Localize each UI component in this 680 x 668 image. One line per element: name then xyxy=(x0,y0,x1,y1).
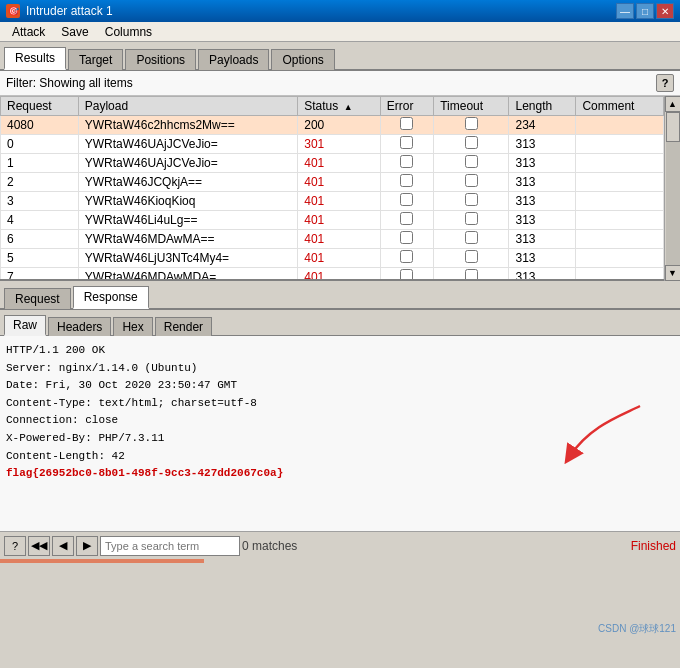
response-line: flag{26952bc0-8b01-498f-9cc3-427dd2067c0… xyxy=(6,465,674,483)
response-line: Content-Length: 42 xyxy=(6,448,674,466)
scrollbar-up-button[interactable]: ▲ xyxy=(665,96,681,112)
app-icon: 🎯 xyxy=(6,4,20,18)
table-row[interactable]: 3 YWRtaW46KioqKioq 401 313 xyxy=(1,192,664,211)
cell-payload: YWRtaW46KioqKioq xyxy=(78,192,298,211)
cell-status: 401 xyxy=(298,211,381,230)
table-row[interactable]: 2 YWRtaW46JCQkjA== 401 313 xyxy=(1,173,664,192)
cell-comment xyxy=(576,249,664,268)
cell-payload: YWRtaW46LjU3NTc4My4= xyxy=(78,249,298,268)
col-error: Error xyxy=(380,97,433,116)
timeout-checkbox[interactable] xyxy=(465,231,478,244)
title-bar-left: 🎯 Intruder attack 1 xyxy=(6,4,113,18)
table-row[interactable]: 4080 YWRtaW46c2hhcms2Mw== 200 234 xyxy=(1,116,664,135)
timeout-checkbox[interactable] xyxy=(465,136,478,149)
cell-timeout xyxy=(434,268,509,282)
cell-timeout xyxy=(434,249,509,268)
cell-timeout xyxy=(434,230,509,249)
error-checkbox[interactable] xyxy=(400,193,413,206)
search-input[interactable] xyxy=(100,536,240,556)
cell-request: 4 xyxy=(1,211,79,230)
cell-status: 401 xyxy=(298,249,381,268)
sub-tab-headers[interactable]: Headers xyxy=(48,317,111,336)
cell-request: 1 xyxy=(1,154,79,173)
cell-payload: YWRtaW46MDAwMDA= xyxy=(78,268,298,282)
cell-comment xyxy=(576,230,664,249)
cell-request: 5 xyxy=(1,249,79,268)
cell-timeout xyxy=(434,173,509,192)
cell-request: 0 xyxy=(1,135,79,154)
cell-payload: YWRtaW46UAjJCVeJio= xyxy=(78,135,298,154)
tab-results[interactable]: Results xyxy=(4,47,66,70)
timeout-checkbox[interactable] xyxy=(465,174,478,187)
tab-response[interactable]: Response xyxy=(73,286,149,309)
timeout-checkbox[interactable] xyxy=(465,117,478,130)
maximize-button[interactable]: □ xyxy=(636,3,654,19)
cell-error xyxy=(380,211,433,230)
sort-arrow: ▲ xyxy=(344,102,353,112)
scrollbar-track[interactable] xyxy=(666,112,680,265)
cell-status: 401 xyxy=(298,173,381,192)
tab-positions[interactable]: Positions xyxy=(125,49,196,70)
help-button[interactable]: ? xyxy=(656,74,674,92)
table-row[interactable]: 1 YWRtaW46UAjJCVeJio= 401 313 xyxy=(1,154,664,173)
tab-payloads[interactable]: Payloads xyxy=(198,49,269,70)
error-checkbox[interactable] xyxy=(400,231,413,244)
table-row[interactable]: 4 YWRtaW46Li4uLg== 401 313 xyxy=(1,211,664,230)
error-checkbox[interactable] xyxy=(400,212,413,225)
response-line: Connection: close xyxy=(6,412,674,430)
cell-payload: YWRtaW46Li4uLg== xyxy=(78,211,298,230)
error-checkbox[interactable] xyxy=(400,269,413,281)
cell-comment xyxy=(576,135,664,154)
error-checkbox[interactable] xyxy=(400,136,413,149)
minimize-button[interactable]: — xyxy=(616,3,634,19)
timeout-checkbox[interactable] xyxy=(465,269,478,281)
cell-status: 401 xyxy=(298,192,381,211)
error-checkbox[interactable] xyxy=(400,155,413,168)
timeout-checkbox[interactable] xyxy=(465,212,478,225)
menu-columns[interactable]: Columns xyxy=(97,24,160,40)
error-checkbox[interactable] xyxy=(400,174,413,187)
scrollbar-thumb[interactable] xyxy=(666,112,680,142)
timeout-checkbox[interactable] xyxy=(465,155,478,168)
nav-first-button[interactable]: ◀◀ xyxy=(28,536,50,556)
sub-tab-bar: Raw Headers Hex Render xyxy=(0,310,680,336)
matches-text: 0 matches xyxy=(242,539,297,553)
tab-request[interactable]: Request xyxy=(4,288,71,309)
nav-next-button[interactable]: ▶ xyxy=(76,536,98,556)
table-row[interactable]: 0 YWRtaW46UAjJCVeJio= 301 313 xyxy=(1,135,664,154)
cell-error xyxy=(380,173,433,192)
menu-save[interactable]: Save xyxy=(53,24,96,40)
sub-tab-hex[interactable]: Hex xyxy=(113,317,152,336)
close-button[interactable]: ✕ xyxy=(656,3,674,19)
menu-bar: Attack Save Columns xyxy=(0,22,680,42)
tab-target[interactable]: Target xyxy=(68,49,123,70)
sub-tab-raw[interactable]: Raw xyxy=(4,315,46,336)
sub-tab-render[interactable]: Render xyxy=(155,317,212,336)
error-checkbox[interactable] xyxy=(400,250,413,263)
col-payload: Payload xyxy=(78,97,298,116)
cell-request: 6 xyxy=(1,230,79,249)
menu-attack[interactable]: Attack xyxy=(4,24,53,40)
cell-error xyxy=(380,268,433,282)
cell-status: 401 xyxy=(298,154,381,173)
watermark: CSDN @球球121 xyxy=(598,622,676,636)
table-row[interactable]: 5 YWRtaW46LjU3NTc4My4= 401 313 xyxy=(1,249,664,268)
cell-length: 313 xyxy=(509,154,576,173)
timeout-checkbox[interactable] xyxy=(465,250,478,263)
help-status-button[interactable]: ? xyxy=(4,536,26,556)
tab-options[interactable]: Options xyxy=(271,49,334,70)
scrollbar-down-button[interactable]: ▼ xyxy=(665,265,681,281)
table-wrapper: Request Payload Status ▲ Error Timeout L… xyxy=(0,96,680,281)
table-scrollbar[interactable]: ▲ ▼ xyxy=(664,96,680,281)
timeout-checkbox[interactable] xyxy=(465,193,478,206)
cell-status: 200 xyxy=(298,116,381,135)
status-nav: ? ◀◀ ◀ ▶ 0 matches xyxy=(4,536,297,556)
nav-prev-button[interactable]: ◀ xyxy=(52,536,74,556)
table-row[interactable]: 7 YWRtaW46MDAwMDA= 401 313 xyxy=(1,268,664,282)
progress-fill xyxy=(0,559,204,563)
response-content[interactable]: HTTP/1.1 200 OKServer: nginx/1.14.0 (Ubu… xyxy=(0,336,680,531)
error-checkbox[interactable] xyxy=(400,117,413,130)
results-table-container[interactable]: Request Payload Status ▲ Error Timeout L… xyxy=(0,96,664,281)
window-title: Intruder attack 1 xyxy=(26,4,113,18)
table-row[interactable]: 6 YWRtaW46MDAwMA== 401 313 xyxy=(1,230,664,249)
